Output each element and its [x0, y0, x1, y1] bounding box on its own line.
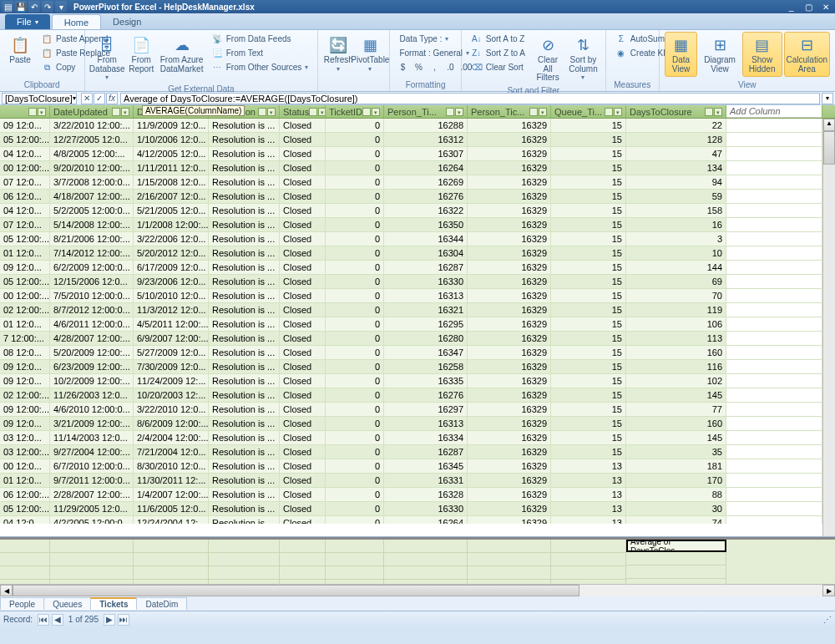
table-cell[interactable]: 3	[626, 232, 726, 246]
table-cell[interactable]: 7/21/2004 12:0...	[134, 445, 209, 459]
table-cell[interactable]: 16329	[468, 147, 551, 161]
table-cell[interactable]: 16313	[384, 289, 468, 303]
table-cell[interactable]: 16312	[384, 133, 468, 147]
table-cell[interactable]: Resolution is ...	[209, 474, 280, 488]
table-cell[interactable]: 12/27/2005 12:0...	[50, 133, 134, 147]
table-cell[interactable]: 11/9/2009 12:0...	[134, 119, 209, 133]
table-cell[interactable]: 5/27/2009 12:0...	[134, 346, 209, 360]
table-cell[interactable]: 12/15/2006 12:0...	[50, 275, 134, 289]
table-cell[interactable]: 22	[626, 119, 726, 133]
scroll-left-icon[interactable]: ◀	[0, 585, 13, 596]
table-cell[interactable]: Resolution is ...	[209, 133, 280, 147]
table-cell[interactable]: 16329	[468, 261, 551, 275]
table-cell[interactable]: 15	[551, 303, 626, 317]
table-cell[interactable]: 7/30/2009 12:0...	[134, 360, 209, 374]
data-view-button[interactable]: ▦Data View	[665, 32, 698, 77]
table-cell[interactable]: 15	[551, 360, 626, 374]
table-cell[interactable]: 16313	[384, 417, 468, 431]
table-cell[interactable]: Closed	[280, 346, 326, 360]
table-cell[interactable]: 00 12:00:...	[0, 161, 50, 175]
measure-cell[interactable]: Average of DaysToClos...	[626, 540, 726, 552]
table-cell[interactable]: 0	[326, 431, 384, 445]
table-cell[interactable]: 16329	[468, 459, 551, 474]
table-cell[interactable]: Resolution is ...	[209, 332, 280, 346]
table-cell[interactable]: 0	[326, 459, 384, 474]
table-row[interactable]: 06 12:0...4/18/2007 12:00:...2/16/2007 1…	[0, 190, 835, 204]
table-cell[interactable]: 01 12:0...	[0, 246, 50, 261]
table-cell[interactable]: 0	[326, 488, 384, 502]
table-cell[interactable]: 01 12:0...	[0, 317, 50, 332]
sheet-tab[interactable]: Tickets	[90, 597, 137, 610]
table-row[interactable]: 01 12:0...9/7/2011 12:00:0...11/30/2011 …	[0, 474, 835, 488]
table-row[interactable]: 09 12:00:...4/6/2010 12:00:0...3/22/2010…	[0, 403, 835, 417]
formula-expand-icon[interactable]: ▾	[822, 93, 833, 104]
table-cell[interactable]: 8/6/2009 12:00:...	[134, 417, 209, 431]
table-cell[interactable]: 10/20/2003 12:...	[134, 388, 209, 403]
table-cell[interactable]: 16	[626, 218, 726, 232]
table-cell[interactable]: 0	[326, 161, 384, 175]
table-cell[interactable]: Closed	[280, 204, 326, 218]
table-cell[interactable]: 4/18/2007 12:00:...	[50, 190, 134, 204]
file-tab[interactable]: File▾	[5, 14, 50, 29]
table-cell[interactable]: 0	[326, 261, 384, 275]
table-cell[interactable]: Closed	[280, 161, 326, 175]
table-cell[interactable]: 05 12:00:...	[0, 502, 50, 516]
table-cell[interactable]: 7/5/2010 12:00:0...	[50, 289, 134, 303]
filter-icon[interactable]: ▾	[614, 108, 622, 116]
filter-icon[interactable]: ▾	[455, 108, 463, 116]
filter-icon[interactable]: ▾	[318, 108, 326, 116]
table-cell[interactable]: 15	[551, 317, 626, 332]
table-cell[interactable]: 16329	[468, 502, 551, 516]
column-header[interactable]: Person_Ti...▾	[384, 105, 468, 118]
table-cell[interactable]: 16344	[384, 232, 468, 246]
table-cell[interactable]: 15	[551, 204, 626, 218]
table-row[interactable]: 07 12:0...3/7/2008 12:00:0...1/15/2008 1…	[0, 175, 835, 190]
filter-icon[interactable]: ▾	[372, 108, 380, 116]
table-cell[interactable]: 1/15/2008 12:0...	[134, 175, 209, 190]
table-cell[interactable]: 16258	[384, 360, 468, 374]
table-cell[interactable]: 1/4/2007 12:00:...	[134, 488, 209, 502]
scroll-right-icon[interactable]: ▶	[822, 585, 835, 596]
column-header[interactable]: TicketID▾	[326, 105, 384, 118]
table-cell[interactable]: 59	[626, 190, 726, 204]
table-cell[interactable]: 15	[551, 431, 626, 445]
diagram-view-button[interactable]: ⊞Diagram View	[699, 32, 740, 77]
table-cell[interactable]: 0	[326, 246, 384, 261]
table-cell[interactable]: 116	[626, 360, 726, 374]
table-cell[interactable]: 11/29/2005 12:0...	[50, 502, 134, 516]
table-cell[interactable]: 16345	[384, 459, 468, 474]
table-cell[interactable]: 16330	[384, 502, 468, 516]
sort-icon[interactable]	[446, 108, 454, 116]
table-cell[interactable]: 35	[626, 445, 726, 459]
table-cell[interactable]: 15	[551, 232, 626, 246]
filter-icon[interactable]: ▾	[267, 108, 276, 116]
table-cell[interactable]: Resolution is ...	[209, 289, 280, 303]
table-cell[interactable]: 04 12:0...	[0, 204, 50, 218]
formula-input[interactable]: Average of DaysToClosure:=AVERAGE([DaysT…	[120, 93, 820, 104]
sort-icon[interactable]	[529, 108, 538, 116]
table-cell[interactable]: Resolution is ...	[209, 303, 280, 317]
column-header[interactable]: DateUpdated▾	[50, 105, 134, 118]
from-text-button[interactable]: 📃From Text	[207, 46, 313, 60]
table-cell[interactable]: Resolution is ...	[209, 445, 280, 459]
table-cell[interactable]: Resolution is ...	[209, 119, 280, 133]
table-cell[interactable]: 15	[551, 332, 626, 346]
table-cell[interactable]: 145	[626, 388, 726, 403]
from-azure-button[interactable]: ☁From Azure DataMarket	[158, 32, 205, 77]
table-cell[interactable]: 15	[551, 119, 626, 133]
table-cell[interactable]: Closed	[280, 474, 326, 488]
table-cell[interactable]: Closed	[280, 403, 326, 417]
table-cell[interactable]: 11/26/2003 12:0...	[50, 388, 134, 403]
table-cell[interactable]: Closed	[280, 147, 326, 161]
table-cell[interactable]: 16329	[468, 516, 551, 524]
table-cell[interactable]: 6/2/2009 12:00:0...	[50, 261, 134, 275]
table-cell[interactable]: 0	[326, 346, 384, 360]
table-cell[interactable]: 5/2/2005 12:00:0...	[50, 204, 134, 218]
refresh-button[interactable]: 🔄Refresh	[323, 32, 353, 76]
table-cell[interactable]: Closed	[280, 431, 326, 445]
formula-cancel-icon[interactable]: ✕	[81, 93, 93, 104]
calc-area-button[interactable]: ⊟Calculation Area	[784, 32, 830, 77]
table-cell[interactable]: 11/6/2005 12:0...	[134, 502, 209, 516]
table-cell[interactable]: 6/7/2010 12:00:0...	[50, 459, 134, 474]
table-cell[interactable]: 0	[326, 232, 384, 246]
